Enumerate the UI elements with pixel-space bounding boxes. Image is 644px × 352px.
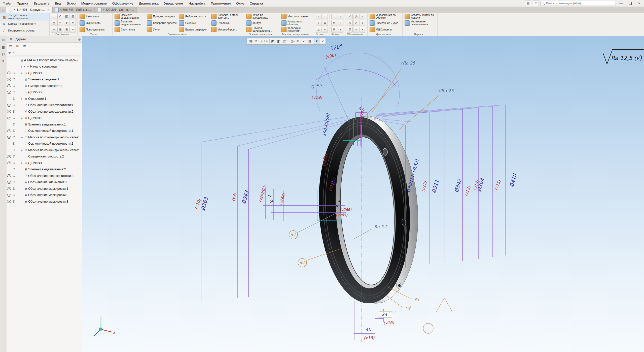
tree-item-label[interactable]: Отверстие:1	[28, 97, 46, 101]
dimension-label[interactable]: 10	[334, 204, 338, 208]
ribbon-group-label[interactable]: Чертеж⌄	[404, 33, 436, 36]
ribbon-tool-icon[interactable]: ∕	[316, 14, 321, 19]
tree-search-input[interactable]	[15, 50, 81, 55]
ribbon-button[interactable]: Уклон	[146, 26, 178, 33]
dimension-label[interactable]: 40	[365, 327, 371, 332]
ribbon-button[interactable]: Булева операция	[178, 26, 210, 33]
tree-panel-icon[interactable]: ⊞	[1, 37, 6, 42]
section-icon[interactable]: Є	[12, 123, 16, 126]
eye-icon[interactable]	[7, 91, 11, 94]
eye-icon[interactable]	[7, 72, 11, 74]
ribbon-button[interactable]: Придать толщину	[146, 13, 178, 20]
expand-arrow-icon[interactable]: ▸	[20, 162, 24, 164]
variable-label[interactable]: (v265)	[336, 213, 347, 217]
menu-item[interactable]: Выделить	[31, 0, 52, 7]
eye-icon[interactable]	[7, 130, 11, 132]
ribbon-tool-icon[interactable]: ±	[338, 20, 343, 26]
eye-icon[interactable]	[7, 174, 11, 177]
tree-item[interactable]: Є▸◉Отверстие:1	[7, 95, 82, 102]
zoom-icon[interactable]: ⊕▾	[254, 38, 259, 44]
tree-view-mode-icon[interactable]: ▦	[22, 43, 28, 49]
ribbon-button[interactable]: Создать чертеж по модели	[404, 13, 436, 20]
ribbon-button[interactable]: Элемент выдавливания	[114, 13, 146, 20]
section-icon[interactable]: Є	[12, 84, 16, 88]
ribbon-group-label[interactable]: Обозначения⌄	[347, 33, 366, 36]
ribbon-tool-icon[interactable]: R	[331, 27, 337, 33]
eye-icon[interactable]	[7, 200, 11, 203]
ribbon-tool-icon[interactable]: □	[51, 14, 57, 19]
ribbon-button[interactable]: Сечение	[178, 20, 210, 26]
expand-arrow-icon[interactable]: ▸	[20, 72, 24, 74]
annotation-label[interactable]: √Ra 25	[400, 60, 415, 66]
variable-label[interactable]: (v18)	[364, 335, 375, 340]
dimension-label[interactable]: 24	[381, 312, 387, 317]
dimension-label[interactable]: +0,5	[314, 83, 322, 87]
display-mode-icon[interactable]: ◩▾	[270, 38, 276, 44]
ribbon-tool-icon[interactable]: ↶	[57, 14, 63, 19]
section-icon[interactable]: Є	[12, 110, 16, 113]
tree-item-label[interactable]: Обозначение шероховатости:3	[28, 174, 74, 178]
tree-item-label[interactable]: Обозначение шероховатости:1	[28, 103, 74, 107]
section-icon[interactable]: Є	[12, 129, 16, 133]
variable-label[interactable]: (v19)	[311, 95, 322, 100]
ribbon-group-label[interactable]: Вспом...⌄	[316, 33, 328, 36]
tree-filter-icon[interactable]	[8, 52, 11, 54]
tree-filter-caret-icon[interactable]: ▾	[13, 52, 14, 54]
expand-arrow-icon[interactable]: ▸	[20, 97, 24, 100]
ribbon-tool-icon[interactable]: ▾	[322, 27, 328, 33]
tree-item-label[interactable]: (-)Эскиз:4	[28, 161, 42, 165]
interface-layout-icon[interactable]: ▦	[525, 1, 531, 6]
ribbon-button[interactable]: Управление связанными ч...	[404, 20, 436, 26]
tree-item[interactable]: Є▱(-)Эскиз:2	[7, 89, 82, 96]
ribbon-button[interactable]: Копировать объекты	[281, 20, 312, 26]
viewport-canvas[interactable]: Ø363(v10)(v9)Ø343(v26)(63)(v264)21010519…	[82, 36, 644, 352]
tree-item-label[interactable]: Обозначение маркировки:3	[28, 200, 68, 203]
ribbon-tool-icon[interactable]: ↔	[331, 14, 337, 19]
ribbon-group-label[interactable]: Массив, копирование⌄	[281, 33, 312, 36]
section-icon[interactable]: Є	[12, 148, 16, 152]
ribbon-tool-icon[interactable]: ≡	[353, 27, 359, 33]
ribbon-tool-icon[interactable]: √	[347, 14, 353, 19]
dimension-label[interactable]: 4	[338, 199, 340, 203]
tree-item-label[interactable]: (-)Эскиз:1	[28, 71, 42, 75]
ribbon-group-label[interactable]: Элементы каркаса⌄	[246, 33, 277, 36]
workspace-mode[interactable]: ∕Инструменты эскиза	[0, 27, 49, 34]
section-icon[interactable]: Є	[12, 187, 16, 190]
section-icon[interactable]: Є	[12, 193, 16, 197]
eye-icon[interactable]	[7, 194, 11, 197]
ribbon-tool-icon[interactable]: ▣	[57, 27, 63, 33]
tree-item-label[interactable]: Смещенная плоскость:1	[28, 84, 64, 88]
tree-item-label[interactable]: Обозначение клеймения:1	[28, 180, 67, 184]
menu-item[interactable]: Настройка	[186, 0, 208, 7]
menu-item[interactable]: Справка	[247, 0, 266, 7]
menu-item[interactable]: Окно	[233, 0, 247, 7]
ribbon-tool-icon[interactable]: A	[347, 20, 353, 26]
tree-item-label[interactable]: 4.414.491 Корпус плюсовой камеры (	[24, 58, 78, 62]
ribbon-button[interactable]: Масштабиров...	[211, 26, 242, 33]
visibility-icon[interactable]: ◎▾	[290, 38, 296, 44]
parameters-panel-icon[interactable]: ƒx	[1, 51, 6, 56]
tree-item[interactable]: Є▸▱(-)Эскиз:1	[7, 70, 82, 76]
ribbon-button[interactable]: Массив по сетке	[281, 13, 312, 20]
ribbon-tool-icon[interactable]: ▦	[70, 14, 76, 19]
menu-item[interactable]: Диагностика	[136, 0, 161, 7]
tree-item[interactable]: Є◆Обозначение маркировки:3	[7, 198, 82, 205]
tree-view-mode-icon[interactable]: ▥	[15, 43, 21, 49]
tree-item[interactable]: Є√Обозначение шероховатости:3	[7, 173, 82, 179]
tree-view-mode-icon[interactable]: ▤	[8, 43, 14, 49]
ribbon-tool-icon[interactable]: Ø	[347, 27, 353, 33]
tree-settings-icon[interactable]: ⊛	[78, 38, 81, 41]
section-icon[interactable]: Є	[12, 78, 16, 81]
document-tab[interactable]: 4.414.491 - Корпус п...×	[6, 7, 52, 13]
ribbon-tool-icon[interactable]: ⊥	[316, 20, 321, 26]
eye-icon[interactable]	[7, 84, 11, 87]
ribbon-group-label[interactable]: Диагностика⌄	[369, 33, 401, 36]
tree-item[interactable]: Є√Обозначение шероховатости:2	[7, 108, 82, 115]
command-search-input[interactable]	[540, 1, 616, 6]
annotation-label[interactable]: √Ra 25	[439, 88, 454, 93]
ribbon-button[interactable]: Точка по координатам	[246, 13, 277, 20]
ribbon-tool-icon[interactable]: ◎	[353, 14, 359, 19]
tree-item[interactable]: Є▸∷Массив по концентрической сетке:	[7, 147, 82, 153]
ribbon-button[interactable]: Скругление	[114, 26, 146, 33]
ribbon-button[interactable]: Оболочка	[211, 20, 242, 26]
